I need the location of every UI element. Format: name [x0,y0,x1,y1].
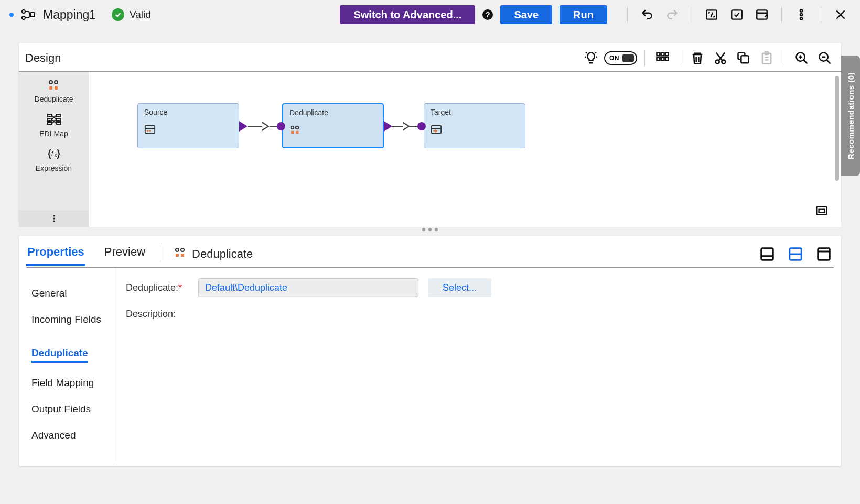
layout-full-button[interactable] [814,244,834,264]
sidetab-incoming-fields[interactable]: Incoming Fields [31,306,115,333]
arrange-button[interactable] [652,48,672,68]
run-button[interactable]: Run [560,5,607,24]
recommendations-side-tab[interactable]: Recommendations (0) [841,56,860,176]
palette-item-deduplicate[interactable]: Deduplicate [19,72,89,106]
delete-button[interactable] [687,48,707,68]
copy-button[interactable] [734,48,754,68]
dedup-icon [289,124,377,138]
edimap-icon [21,112,87,127]
connector-dedup-target[interactable] [384,121,426,132]
undo-button[interactable] [637,5,657,25]
select-asset-button[interactable]: Select... [428,278,491,297]
canvas-scrollbar[interactable] [835,76,839,181]
selected-transformation-name: Deduplicate [192,247,253,261]
node-source[interactable]: Source [137,103,239,148]
redo-button[interactable] [662,5,682,25]
svg-rect-24 [49,86,52,90]
svg-point-38 [147,130,149,132]
tab-properties[interactable]: Properties [26,242,85,266]
parameters-button[interactable] [702,5,722,25]
palette-item-edimap[interactable]: EDI Map [19,106,89,141]
save-button[interactable]: Save [500,5,552,24]
palette-label: EDI Map [21,129,87,138]
properties-panel: Properties Preview Deduplicate General I… [19,236,841,466]
svg-rect-52 [818,248,830,260]
svg-point-6 [800,9,802,12]
schedule-button[interactable] [752,5,772,25]
node-label: Target [431,108,519,116]
layout-bottom-button[interactable] [757,244,777,264]
svg-point-22 [49,81,52,84]
link-arrow-icon [262,122,270,131]
suggestions-toggle[interactable]: ON [604,51,637,65]
close-button[interactable] [831,5,851,25]
status-text: Valid [130,9,151,20]
svg-rect-31 [57,123,60,125]
separator [627,7,628,23]
layout-split-button[interactable] [786,244,805,264]
help-icon[interactable]: ? [482,9,493,20]
palette-more-button[interactable] [19,210,89,227]
zoom-out-button[interactable] [815,48,835,68]
palette-label: Expression [21,164,87,172]
dedup-icon [21,77,87,93]
validate-button[interactable] [727,5,747,25]
svg-point-0 [22,10,25,13]
minimap-button[interactable] [812,201,832,221]
separator [160,245,160,263]
svg-rect-48 [176,254,179,257]
sidetab-general[interactable]: General [31,280,115,306]
separator [644,50,645,66]
separator [692,7,692,23]
dedup-label: Deduplicate:* [126,282,189,293]
mapping-icon [21,9,36,20]
input-port-icon [277,122,285,130]
sidetab-advanced[interactable]: Advanced [31,422,115,448]
input-port-icon [417,122,426,130]
selected-transformation-heading: Deduplicate [174,247,253,261]
transformation-palette[interactable]: Deduplicate EDI Map fx Expression [19,72,89,227]
palette-item-expression[interactable]: fx Expression [19,141,89,176]
svg-point-23 [55,81,58,84]
design-canvas-card: Design ON [19,43,841,223]
svg-point-35 [53,217,55,219]
svg-point-7 [800,14,802,16]
svg-rect-17 [741,56,748,63]
svg-rect-43 [432,126,441,134]
svg-rect-27 [48,118,51,121]
separator [784,50,784,66]
separator [680,50,680,66]
svg-rect-44 [816,206,827,214]
svg-rect-12 [657,58,660,61]
svg-point-47 [181,248,184,251]
svg-rect-45 [819,209,825,213]
svg-rect-13 [661,58,664,61]
svg-rect-5 [757,10,767,19]
mapping-canvas[interactable]: Source Deduplicate Target [89,72,841,227]
toggle-knob [622,54,634,62]
expression-icon: fx [21,146,87,162]
node-target[interactable]: Target [424,103,525,148]
svg-rect-4 [732,10,742,19]
svg-point-8 [800,17,802,19]
more-menu-button[interactable] [791,5,811,25]
palette-label: Deduplicate [21,95,87,103]
properties-form: Deduplicate:* Select... Description: [115,268,834,464]
description-label: Description: [126,309,176,320]
connector-source-dedup[interactable] [239,121,285,132]
paste-button[interactable] [757,48,777,68]
svg-rect-9 [657,53,660,56]
sidetab-output-fields[interactable]: Output Fields [31,396,115,422]
zoom-in-button[interactable] [792,48,812,68]
switch-advanced-button[interactable]: Switch to Advanced... [340,5,475,24]
svg-rect-42 [296,131,299,134]
cut-button[interactable] [711,48,730,68]
node-deduplicate[interactable]: Deduplicate [282,103,384,148]
source-icon [144,124,232,137]
sidetab-field-mapping[interactable]: Field Mapping [31,370,115,396]
svg-rect-41 [291,131,294,134]
suggestions-button[interactable] [581,48,601,68]
tab-preview[interactable]: Preview [103,242,146,266]
dedup-asset-field[interactable] [198,278,418,297]
sidetab-deduplicate[interactable]: Deduplicate [31,340,88,363]
